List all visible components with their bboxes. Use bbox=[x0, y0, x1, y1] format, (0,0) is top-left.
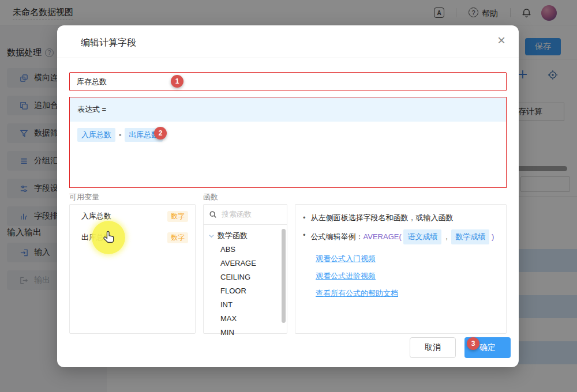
type-badge: 数字 bbox=[167, 232, 188, 243]
edit-calc-field-dialog: 编辑计算字段 × 表达式 = 入库总数-出库总数 可用变量 入库总数 数字 出库… bbox=[57, 25, 519, 367]
function-item[interactable]: AVERAGE bbox=[204, 257, 287, 270]
help-panel: • 从左侧面板选择字段名和函数，或输入函数 • 公式编辑举例：AVERAGE( … bbox=[295, 204, 507, 334]
function-group-label: 数学函数 bbox=[218, 231, 248, 241]
example-prefix: 公式编辑举例： bbox=[311, 232, 364, 241]
function-item[interactable]: CEILING bbox=[204, 270, 287, 284]
help-bullet-2: • 公式编辑举例：AVERAGE( 语文成绩，数学成绩 ) bbox=[302, 229, 500, 244]
chevron-down-icon bbox=[208, 233, 215, 239]
functions-label: 函数 bbox=[203, 192, 218, 202]
help-text: 从左侧面板选择字段名和函数，或输入函数 bbox=[311, 212, 454, 224]
operator-minus: - bbox=[119, 130, 121, 139]
expression-editor[interactable]: 表达式 = 入库总数-出库总数 bbox=[69, 97, 507, 188]
dialog-header: 编辑计算字段 × bbox=[57, 25, 519, 58]
variable-item[interactable]: 入库总数 数字 bbox=[70, 206, 195, 226]
link-formula-docs[interactable]: 查看所有公式的帮助文档 bbox=[316, 288, 500, 299]
example-token: 数学成绩 bbox=[451, 229, 489, 244]
formula-function: AVERAGE( bbox=[364, 232, 402, 241]
type-badge: 数字 bbox=[167, 211, 188, 222]
expression-token[interactable]: 入库总数 bbox=[77, 128, 115, 142]
cursor-pointer-icon bbox=[102, 230, 117, 246]
example-token: 语文成绩 bbox=[403, 229, 441, 244]
function-item[interactable]: FLOOR bbox=[204, 284, 287, 298]
search-placeholder: 搜索函数 bbox=[222, 209, 252, 220]
variable-item[interactable]: 出库总数 数字 bbox=[70, 228, 195, 247]
function-tree: 数学函数 ABS AVERAGE CEILING FLOOR INT MAX M… bbox=[204, 225, 287, 340]
field-name-input[interactable] bbox=[69, 72, 507, 91]
annotation-step-1: 1 bbox=[171, 75, 183, 88]
variable-name: 入库总数 bbox=[81, 211, 111, 221]
dialog-title: 编辑计算字段 bbox=[81, 37, 136, 49]
search-icon bbox=[209, 210, 217, 218]
formula-close-paren: ) bbox=[492, 232, 494, 241]
link-advanced-video[interactable]: 观看公式进阶视频 bbox=[316, 271, 500, 281]
function-item[interactable]: INT bbox=[204, 298, 287, 312]
link-intro-video[interactable]: 观看公式入门视频 bbox=[316, 254, 500, 264]
function-item[interactable]: ABS bbox=[204, 243, 287, 257]
function-item[interactable]: MAX bbox=[204, 312, 287, 326]
bullet-dot: • bbox=[303, 212, 306, 224]
variables-label: 可用变量 bbox=[69, 192, 99, 202]
bullet-dot: • bbox=[303, 229, 306, 241]
help-example: 公式编辑举例：AVERAGE( 语文成绩，数学成绩 ) bbox=[311, 229, 494, 244]
function-item[interactable]: MIN bbox=[204, 326, 287, 340]
function-search[interactable]: 搜索函数 bbox=[204, 205, 287, 225]
function-group-math[interactable]: 数学函数 bbox=[204, 229, 287, 243]
functions-scrollbar[interactable] bbox=[282, 229, 286, 323]
formula-comma: ， bbox=[443, 232, 450, 241]
help-bullet-1: • 从左侧面板选择字段名和函数，或输入函数 bbox=[302, 212, 500, 224]
expression-label: 表达式 = bbox=[70, 97, 506, 122]
cancel-button[interactable]: 取消 bbox=[410, 337, 456, 358]
close-icon[interactable]: × bbox=[497, 33, 505, 47]
expression-body[interactable]: 入库总数-出库总数 bbox=[70, 122, 506, 148]
annotation-step-2: 2 bbox=[154, 127, 167, 140]
annotation-step-3: 3 bbox=[467, 337, 479, 350]
functions-panel: 搜索函数 数学函数 ABS AVERAGE CEILING FLOOR INT … bbox=[203, 204, 287, 334]
variables-panel: 入库总数 数字 出库总数 数字 bbox=[69, 204, 196, 334]
help-links: 观看公式入门视频 观看公式进阶视频 查看所有公式的帮助文档 bbox=[316, 254, 500, 299]
